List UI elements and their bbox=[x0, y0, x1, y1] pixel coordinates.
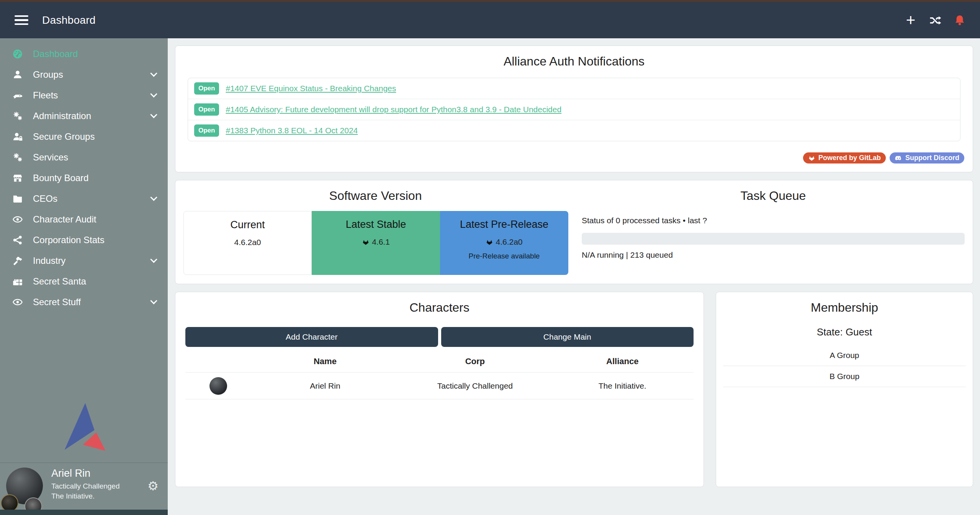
task-queue-section: Task Queue Status of 0 processed tasks •… bbox=[576, 180, 973, 284]
list-item: B Group bbox=[723, 366, 966, 387]
sidebar-item-services[interactable]: Services bbox=[0, 147, 168, 168]
add-character-button[interactable]: Add Character bbox=[185, 327, 438, 347]
sidebar-item-groups[interactable]: Groups bbox=[0, 64, 168, 85]
notification-link[interactable]: #1383 Python 3.8 EOL - 14 Oct 2024 bbox=[226, 126, 358, 135]
column-header-name: Name bbox=[252, 351, 399, 373]
discord-icon bbox=[895, 154, 902, 162]
gears-icon bbox=[11, 111, 25, 121]
software-version-section: Software Version Current 4.6.2a0 Latest … bbox=[175, 180, 576, 284]
prerelease-version: 4.6.2a0 bbox=[496, 237, 522, 247]
version-prerelease-box: Latest Pre-Release 4.6.2a0 Pre-Release a… bbox=[440, 211, 568, 275]
support-discord-badge[interactable]: Support Discord bbox=[890, 152, 964, 163]
add-icon[interactable]: + bbox=[904, 14, 917, 27]
character-alliance: The Initiative. bbox=[551, 373, 694, 399]
gitlab-icon bbox=[808, 154, 815, 162]
notification-row: Open #1383 Python 3.8 EOL - 14 Oct 2024 bbox=[188, 120, 960, 141]
status-badge: Open bbox=[194, 82, 219, 95]
characters-title: Characters bbox=[185, 301, 694, 315]
task-queue-status: Status of 0 processed tasks • last ? bbox=[582, 216, 965, 225]
notification-link[interactable]: #1405 Advisory: Future development will … bbox=[226, 105, 561, 114]
sidebar-item-label: Industry bbox=[33, 255, 65, 266]
top-navbar: Dashboard + bbox=[0, 2, 980, 38]
sidebar-item-label: CEOs bbox=[33, 193, 57, 204]
shop-icon bbox=[11, 173, 25, 183]
bell-icon[interactable] bbox=[953, 14, 966, 27]
change-main-button[interactable]: Change Main bbox=[441, 327, 694, 347]
sidebar-item-label: Groups bbox=[33, 69, 63, 80]
sidebar-user-panel: Ariel Rin Tactically Challenged The Init… bbox=[0, 463, 168, 510]
gears-icon bbox=[11, 152, 25, 163]
chevron-down-icon bbox=[150, 256, 157, 263]
task-queue-title: Task Queue bbox=[582, 189, 965, 203]
membership-title: Membership bbox=[716, 301, 973, 315]
gitlab-icon bbox=[486, 238, 493, 246]
character-avatar bbox=[209, 377, 227, 395]
page-title: Dashboard bbox=[42, 14, 96, 26]
sidebar-item-secure-groups[interactable]: Secure Groups bbox=[0, 126, 168, 147]
user-corp: Tactically Challenged bbox=[51, 482, 120, 490]
notification-link[interactable]: #1407 EVE Equinox Status - Breaking Chan… bbox=[226, 84, 396, 93]
version-current-box: Current 4.6.2a0 bbox=[183, 211, 312, 275]
eye-icon bbox=[11, 214, 25, 225]
notifications-panel: Alliance Auth Notifications Open #1407 E… bbox=[175, 46, 973, 172]
notification-row: Open #1405 Advisory: Future development … bbox=[188, 99, 960, 120]
sidebar-item-character-audit[interactable]: Character Audit bbox=[0, 209, 168, 230]
chevron-down-icon bbox=[150, 70, 157, 77]
shuttle-icon bbox=[11, 90, 25, 101]
status-badge: Open bbox=[194, 103, 219, 116]
task-queue-progressbar bbox=[582, 233, 965, 245]
user-lock-icon bbox=[11, 131, 25, 142]
sidebar-item-ceos[interactable]: CEOs bbox=[0, 188, 168, 209]
prerelease-note: Pre-Release available bbox=[440, 252, 568, 260]
table-row: Ariel Rin Tactically Challenged The Init… bbox=[185, 373, 694, 399]
sidebar-item-label: Bounty Board bbox=[33, 173, 88, 183]
sidebar-item-secret-stuff[interactable]: Secret Stuff bbox=[0, 292, 168, 312]
task-queue-info: N/A running | 213 queued bbox=[582, 250, 965, 260]
sidebar-item-fleets[interactable]: Fleets bbox=[0, 85, 168, 106]
shuffle-icon[interactable] bbox=[929, 14, 942, 27]
user-icon bbox=[11, 69, 25, 80]
powered-by-gitlab-badge[interactable]: Powered by GitLab bbox=[803, 152, 886, 163]
current-version: 4.6.2a0 bbox=[234, 238, 261, 247]
settings-gear-icon[interactable]: ⚙ bbox=[147, 480, 159, 492]
list-item: A Group bbox=[723, 345, 966, 366]
user-name: Ariel Rin bbox=[51, 468, 120, 479]
hammer-icon bbox=[11, 255, 25, 266]
folder-icon bbox=[11, 193, 25, 204]
chevron-down-icon bbox=[150, 297, 157, 304]
stable-version: 4.6.1 bbox=[372, 237, 390, 247]
characters-panel: Characters Add Character Change Main Nam… bbox=[175, 292, 704, 487]
user-alliance: The Initiative. bbox=[51, 492, 120, 500]
sidebar-item-label: Services bbox=[33, 152, 68, 163]
sidebar-item-label: Dashboard bbox=[33, 49, 78, 59]
chevron-down-icon bbox=[150, 194, 157, 201]
gifts-icon bbox=[11, 276, 25, 287]
gitlab-icon bbox=[362, 238, 370, 246]
sidebar-item-bounty-board[interactable]: Bounty Board bbox=[0, 168, 168, 188]
sidebar-bottom-strip bbox=[0, 510, 168, 515]
sidebar-item-secret-santa[interactable]: Secret Santa bbox=[0, 271, 168, 292]
sidebar-item-label: Secure Groups bbox=[33, 131, 95, 142]
sidebar-item-administration[interactable]: Administration bbox=[0, 106, 168, 126]
sidebar-item-dashboard[interactable]: Dashboard bbox=[0, 44, 168, 64]
sidebar-item-industry[interactable]: Industry bbox=[0, 250, 168, 271]
membership-state: State: Guest bbox=[716, 326, 973, 338]
sidebar-item-corporation-stats[interactable]: Corporation Stats bbox=[0, 230, 168, 250]
column-header-alliance: Alliance bbox=[551, 351, 694, 373]
sidebar-item-label: Secret Stuff bbox=[33, 297, 81, 307]
membership-panel: Membership State: Guest A Group B Group bbox=[716, 292, 973, 487]
software-version-title: Software Version bbox=[175, 189, 576, 203]
sidebar-item-label: Secret Santa bbox=[33, 276, 86, 287]
eye-icon bbox=[11, 297, 25, 307]
main-content: Alliance Auth Notifications Open #1407 E… bbox=[168, 38, 980, 515]
character-corp: Tactically Challenged bbox=[399, 373, 551, 399]
chevron-down-icon bbox=[150, 90, 157, 97]
menu-icon[interactable] bbox=[15, 13, 28, 28]
gauge-icon bbox=[11, 49, 25, 59]
sidebar: Dashboard Groups Fleets Administrati bbox=[0, 38, 168, 515]
status-badge: Open bbox=[194, 124, 219, 137]
sidebar-item-label: Administration bbox=[33, 111, 91, 121]
chevron-down-icon bbox=[150, 111, 157, 118]
notifications-title: Alliance Auth Notifications bbox=[175, 54, 973, 69]
sidebar-item-label: Character Audit bbox=[33, 214, 96, 225]
